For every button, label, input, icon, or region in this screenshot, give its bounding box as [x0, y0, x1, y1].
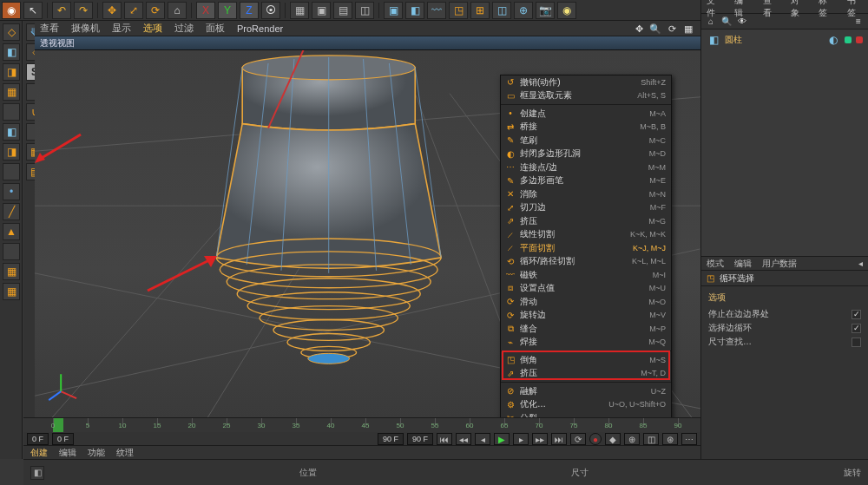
vis-render-dot[interactable] [856, 36, 863, 43]
arrow-left-icon[interactable]: ◂ [858, 259, 863, 268]
ctx-item[interactable]: 〰磁铁M~I [501, 268, 671, 282]
redo-icon[interactable]: ↷ [74, 2, 93, 19]
axis-y-icon[interactable]: Y [218, 2, 237, 19]
make-editable-icon[interactable]: ◇ [3, 23, 20, 41]
render-region-icon[interactable]: ◫ [355, 2, 374, 19]
home-icon[interactable]: ⌂ [705, 16, 717, 28]
tab-function[interactable]: 功能 [88, 447, 105, 459]
uv-point-icon[interactable]: ▦ [3, 283, 20, 300]
uv-poly-icon[interactable]: ▦ [3, 263, 20, 280]
camera-icon[interactable]: 📷 [536, 2, 555, 19]
env-icon[interactable]: ⊕ [514, 2, 533, 19]
timeline-ruler[interactable]: 051015202530354045505560657075808590 [23, 418, 700, 432]
tab-user[interactable]: 用户数据 [762, 258, 797, 270]
menu-icon[interactable]: ≡ [852, 16, 865, 28]
ctx-item[interactable]: ⇄桥接M~B, B [501, 121, 671, 134]
axis-icon[interactable]: ◨ [3, 143, 20, 161]
add-cube-icon[interactable]: ◧ [405, 2, 424, 19]
ctx-item[interactable]: ◳倒角M~S [501, 353, 671, 367]
scale-icon[interactable]: ⤢ [124, 2, 143, 19]
add-spline-icon[interactable]: 〰 [427, 2, 446, 19]
vp-menu-view[interactable]: 查看 [40, 22, 59, 35]
next-frame-icon[interactable]: ▸ [513, 433, 529, 445]
search-icon[interactable]: 🔍 [720, 16, 733, 28]
ctx-item[interactable]: ⧉缝合M~P [501, 322, 671, 336]
vp-menu-options[interactable]: 选项 [143, 22, 162, 35]
option-row[interactable]: 选择边循环✓ [708, 321, 861, 335]
vis-editor-dot[interactable] [845, 36, 852, 43]
frame-current[interactable]: 0 F [52, 433, 74, 445]
loop-icon[interactable]: ⟳ [570, 433, 586, 445]
ctx-item[interactable]: ⟳旋转边M~V [501, 309, 671, 323]
ctx-item[interactable]: ↺撤销(动作)Shift+Z [501, 75, 671, 89]
live-select-icon[interactable]: ◉ [2, 2, 21, 19]
ctx-item[interactable]: ⋯连接点/边M~M [501, 161, 671, 174]
ctx-item[interactable]: ⊘融解U~Z [501, 384, 671, 398]
goto-end-icon[interactable]: ⏭ [551, 433, 567, 445]
texture-icon[interactable]: ◨ [3, 63, 20, 81]
ctx-item[interactable]: ◐封闭多边形孔洞M~D [501, 147, 671, 161]
autokey-icon[interactable]: ◆ [605, 433, 621, 445]
object-mode-icon[interactable]: ◧ [3, 123, 20, 141]
tab-edit2[interactable]: 编辑 [734, 258, 752, 270]
ctx-item[interactable]: ⇗挤压M~T, D [501, 367, 671, 381]
ctx-item[interactable]: ⟋线性切割K~K, M~K [501, 228, 671, 242]
vp-menu-panel[interactable]: 面板 [206, 22, 225, 35]
rotate-icon[interactable]: ⟳ [146, 2, 165, 19]
ctx-item[interactable]: ⧈设置点值M~U [501, 282, 671, 296]
tab-object[interactable]: 对象 [791, 0, 806, 19]
undo-icon[interactable]: ↶ [52, 2, 71, 19]
ctx-item[interactable]: ⟋平面切割K~J, M~J [501, 241, 671, 255]
ctx-item[interactable]: •创建点M~A [501, 107, 671, 121]
key-pos-icon[interactable]: ⊕ [624, 433, 640, 445]
option-row[interactable]: 停止在边边界处✓ [708, 307, 861, 321]
ctx-item[interactable]: ✕消除M~N [501, 187, 671, 201]
object-item-cylinder[interactable]: ◧ 圆柱 ◐ [707, 32, 863, 48]
axis-z-icon[interactable]: Z [240, 2, 259, 19]
add-deformer-icon[interactable]: ◫ [492, 2, 511, 19]
ctx-item[interactable]: ⟲循环/路径切割K~L, M~L [501, 255, 671, 269]
add-nurbs-icon[interactable]: ◳ [449, 2, 468, 19]
zoom-icon[interactable]: 🔍 [648, 23, 662, 35]
pan-icon[interactable]: ✥ [632, 23, 646, 35]
tab-edit3[interactable]: 编辑 [59, 447, 76, 459]
vp-menu-cam[interactable]: 摄像机 [71, 22, 100, 35]
ctx-item[interactable]: ⟳滑动M~O [501, 295, 671, 309]
checkbox[interactable] [852, 338, 861, 347]
option-row[interactable]: 尺寸查找… [708, 335, 861, 349]
axis-x-icon[interactable]: X [196, 2, 215, 19]
point-mode-icon[interactable]: • [3, 183, 20, 200]
record-icon[interactable]: ● [589, 433, 602, 445]
light-icon[interactable]: ◉ [557, 2, 576, 19]
picture-view-icon[interactable]: ▦ [290, 2, 309, 19]
ctx-item[interactable]: ⌁焊接M~Q [501, 336, 671, 350]
checkbox[interactable]: ✓ [852, 310, 861, 319]
model-icon[interactable]: ◧ [3, 43, 20, 61]
frame-max[interactable]: 90 F [407, 433, 433, 445]
vp-menu-display[interactable]: 显示 [112, 22, 131, 35]
render-settings-icon[interactable]: ▣ [384, 2, 403, 19]
lock-icon[interactable]: ⌂ [168, 2, 187, 19]
tab-create[interactable]: 创建 [30, 447, 48, 459]
ctx-item[interactable]: ⚙优化…U~O, U~Shift+O [501, 398, 671, 412]
eye-icon[interactable]: 👁 [736, 16, 748, 28]
ctx-item[interactable]: ⤢切刀边M~F [501, 201, 671, 215]
checker-icon[interactable]: ▦ [3, 83, 20, 101]
coord-icon[interactable]: ⦿ [261, 2, 280, 19]
orbit-icon[interactable]: ⟳ [665, 23, 679, 35]
vp-menu-prorender[interactable]: ProRender [237, 23, 283, 34]
cursor-icon[interactable]: ↖ [23, 2, 43, 19]
ctx-item[interactable]: ✎多边形画笔M~E [501, 174, 671, 188]
checkbox[interactable]: ✓ [852, 324, 861, 333]
ctx-item[interactable]: ⇗挤压M~G [501, 214, 671, 228]
ctx-item[interactable]: ✎笔刷M~C [501, 134, 671, 147]
key-scale-icon[interactable]: ◫ [643, 433, 659, 445]
key-param-icon[interactable]: ⋯ [681, 433, 697, 445]
frame-end[interactable]: 90 F [378, 433, 404, 445]
render-icon[interactable]: ▣ [312, 2, 331, 19]
object-list[interactable]: ◧ 圆柱 ◐ [701, 29, 868, 257]
poly-mode-icon[interactable]: ▲ [3, 223, 20, 240]
clapper-icon[interactable]: ▤ [333, 2, 352, 19]
vp-menu-filter[interactable]: 过滤 [174, 22, 194, 35]
next-key-icon[interactable]: ▸▸ [532, 433, 548, 445]
